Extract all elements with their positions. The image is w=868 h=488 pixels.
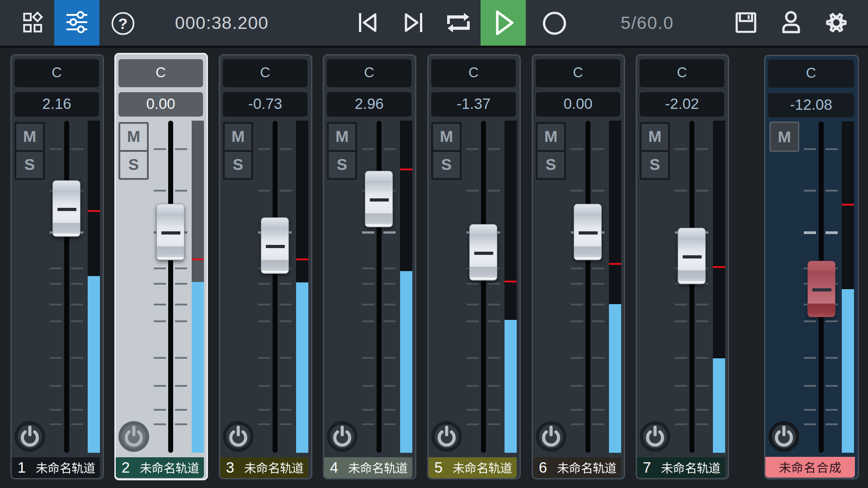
svg-text:?: ? [118,15,128,32]
